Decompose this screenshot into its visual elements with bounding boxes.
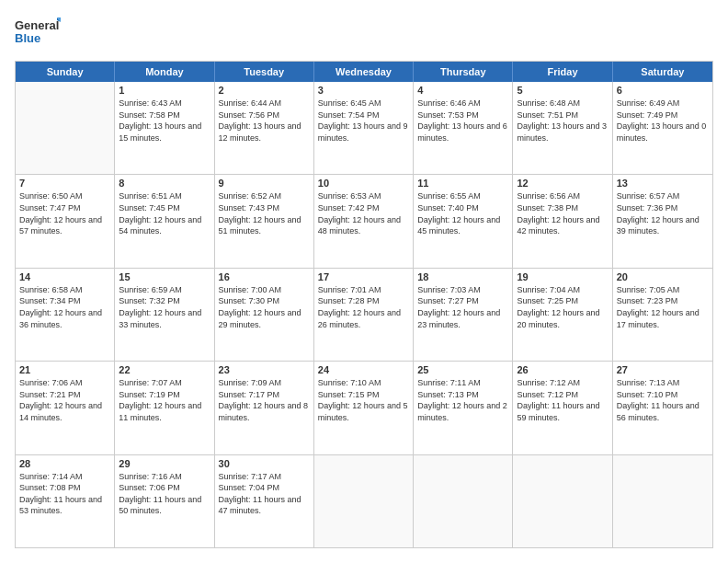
calendar-cell: 10 Sunrise: 6:53 AMSunset: 7:42 PMDaylig… xyxy=(314,175,414,267)
cell-info: Sunrise: 7:14 AMSunset: 7:08 PMDaylight:… xyxy=(19,471,110,517)
cell-info: Sunrise: 6:58 AMSunset: 7:34 PMDaylight:… xyxy=(19,284,110,330)
header-day-wednesday: Wednesday xyxy=(314,62,414,82)
svg-text:Blue: Blue xyxy=(15,31,40,45)
calendar-cell: 24 Sunrise: 7:10 AMSunset: 7:15 PMDaylig… xyxy=(314,362,414,454)
day-number: 28 xyxy=(19,458,110,469)
cell-info: Sunrise: 6:51 AMSunset: 7:45 PMDaylight:… xyxy=(119,190,210,236)
calendar-cell: 12 Sunrise: 6:56 AMSunset: 7:38 PMDaylig… xyxy=(513,175,612,267)
calendar-cell: 20 Sunrise: 7:05 AMSunset: 7:23 PMDaylig… xyxy=(613,269,712,361)
calendar-cell: 15 Sunrise: 6:59 AMSunset: 7:32 PMDaylig… xyxy=(115,269,214,361)
day-number: 1 xyxy=(119,85,210,96)
cell-info: Sunrise: 6:45 AMSunset: 7:54 PMDaylight:… xyxy=(318,98,409,144)
day-number: 29 xyxy=(119,458,210,469)
cell-info: Sunrise: 7:03 AMSunset: 7:27 PMDaylight:… xyxy=(417,284,508,330)
day-number: 21 xyxy=(19,364,110,375)
calendar-cell: 22 Sunrise: 7:07 AMSunset: 7:19 PMDaylig… xyxy=(115,362,214,454)
logo: General Blue xyxy=(15,15,61,52)
calendar-cell: 30 Sunrise: 7:17 AMSunset: 7:04 PMDaylig… xyxy=(215,455,314,547)
calendar-cell: 18 Sunrise: 7:03 AMSunset: 7:27 PMDaylig… xyxy=(414,269,513,361)
header-day-saturday: Saturday xyxy=(613,62,712,82)
cell-info: Sunrise: 6:48 AMSunset: 7:51 PMDaylight:… xyxy=(517,98,608,144)
day-number: 12 xyxy=(517,178,608,189)
cell-info: Sunrise: 6:44 AMSunset: 7:56 PMDaylight:… xyxy=(219,98,310,144)
cell-info: Sunrise: 7:01 AMSunset: 7:28 PMDaylight:… xyxy=(318,284,409,330)
cell-info: Sunrise: 7:12 AMSunset: 7:12 PMDaylight:… xyxy=(517,377,608,423)
day-number: 13 xyxy=(617,178,709,189)
calendar-cell: 26 Sunrise: 7:12 AMSunset: 7:12 PMDaylig… xyxy=(513,362,612,454)
day-number: 18 xyxy=(417,271,508,282)
calendar-cell: 19 Sunrise: 7:04 AMSunset: 7:25 PMDaylig… xyxy=(513,269,612,361)
calendar-week-2: 7 Sunrise: 6:50 AMSunset: 7:47 PMDayligh… xyxy=(16,174,712,267)
header-day-monday: Monday xyxy=(115,62,214,82)
day-number: 24 xyxy=(318,364,409,375)
calendar-week-4: 21 Sunrise: 7:06 AMSunset: 7:21 PMDaylig… xyxy=(16,361,712,454)
page: General Blue SundayMondayTuesdayWednesda… xyxy=(0,0,728,563)
calendar-cell: 25 Sunrise: 7:11 AMSunset: 7:13 PMDaylig… xyxy=(414,362,513,454)
day-number: 26 xyxy=(517,364,608,375)
calendar-cell: 9 Sunrise: 6:52 AMSunset: 7:43 PMDayligh… xyxy=(215,175,314,267)
calendar-cell: 23 Sunrise: 7:09 AMSunset: 7:17 PMDaylig… xyxy=(215,362,314,454)
calendar-cell: 11 Sunrise: 6:55 AMSunset: 7:40 PMDaylig… xyxy=(414,175,513,267)
cell-info: Sunrise: 7:09 AMSunset: 7:17 PMDaylight:… xyxy=(219,377,310,423)
day-number: 6 xyxy=(617,85,709,96)
calendar-header: SundayMondayTuesdayWednesdayThursdayFrid… xyxy=(16,62,712,82)
cell-info: Sunrise: 7:04 AMSunset: 7:25 PMDaylight:… xyxy=(517,284,608,330)
calendar-cell: 3 Sunrise: 6:45 AMSunset: 7:54 PMDayligh… xyxy=(314,82,414,174)
day-number: 17 xyxy=(318,271,409,282)
calendar-cell xyxy=(16,82,115,174)
day-number: 8 xyxy=(119,178,210,189)
day-number: 4 xyxy=(417,85,508,96)
calendar-cell xyxy=(314,455,414,547)
calendar-cell: 8 Sunrise: 6:51 AMSunset: 7:45 PMDayligh… xyxy=(115,175,214,267)
header-day-sunday: Sunday xyxy=(16,62,115,82)
calendar-cell: 29 Sunrise: 7:16 AMSunset: 7:06 PMDaylig… xyxy=(115,455,214,547)
day-number: 25 xyxy=(417,364,508,375)
cell-info: Sunrise: 6:55 AMSunset: 7:40 PMDaylight:… xyxy=(417,190,508,236)
header-day-tuesday: Tuesday xyxy=(215,62,314,82)
calendar-cell: 27 Sunrise: 7:13 AMSunset: 7:10 PMDaylig… xyxy=(613,362,712,454)
calendar-cell xyxy=(613,455,712,547)
cell-info: Sunrise: 7:06 AMSunset: 7:21 PMDaylight:… xyxy=(19,377,110,423)
cell-info: Sunrise: 6:46 AMSunset: 7:53 PMDaylight:… xyxy=(417,98,508,144)
logo-svg: General Blue xyxy=(15,15,61,52)
calendar-cell: 17 Sunrise: 7:01 AMSunset: 7:28 PMDaylig… xyxy=(314,269,414,361)
day-number: 19 xyxy=(517,271,608,282)
cell-info: Sunrise: 6:59 AMSunset: 7:32 PMDaylight:… xyxy=(119,284,210,330)
cell-info: Sunrise: 7:05 AMSunset: 7:23 PMDaylight:… xyxy=(617,284,709,330)
calendar-cell: 7 Sunrise: 6:50 AMSunset: 7:47 PMDayligh… xyxy=(16,175,115,267)
day-number: 5 xyxy=(517,85,608,96)
cell-info: Sunrise: 6:43 AMSunset: 7:58 PMDaylight:… xyxy=(119,98,210,144)
calendar-cell xyxy=(414,455,513,547)
calendar-cell: 13 Sunrise: 6:57 AMSunset: 7:36 PMDaylig… xyxy=(613,175,712,267)
day-number: 14 xyxy=(19,271,110,282)
calendar-cell: 2 Sunrise: 6:44 AMSunset: 7:56 PMDayligh… xyxy=(215,82,314,174)
cell-info: Sunrise: 6:57 AMSunset: 7:36 PMDaylight:… xyxy=(617,190,709,236)
calendar-cell: 5 Sunrise: 6:48 AMSunset: 7:51 PMDayligh… xyxy=(513,82,612,174)
day-number: 11 xyxy=(417,178,508,189)
day-number: 23 xyxy=(219,364,310,375)
day-number: 20 xyxy=(617,271,709,282)
cell-info: Sunrise: 6:49 AMSunset: 7:49 PMDaylight:… xyxy=(617,98,709,144)
calendar: SundayMondayTuesdayWednesdayThursdayFrid… xyxy=(15,61,713,548)
day-number: 22 xyxy=(119,364,210,375)
calendar-cell: 6 Sunrise: 6:49 AMSunset: 7:49 PMDayligh… xyxy=(613,82,712,174)
calendar-body: 1 Sunrise: 6:43 AMSunset: 7:58 PMDayligh… xyxy=(16,82,712,547)
header-day-friday: Friday xyxy=(513,62,612,82)
day-number: 7 xyxy=(19,178,110,189)
calendar-cell: 16 Sunrise: 7:00 AMSunset: 7:30 PMDaylig… xyxy=(215,269,314,361)
cell-info: Sunrise: 7:00 AMSunset: 7:30 PMDaylight:… xyxy=(219,284,310,330)
day-number: 30 xyxy=(219,458,310,469)
day-number: 2 xyxy=(219,85,310,96)
day-number: 10 xyxy=(318,178,409,189)
calendar-cell: 21 Sunrise: 7:06 AMSunset: 7:21 PMDaylig… xyxy=(16,362,115,454)
header: General Blue xyxy=(15,15,713,52)
cell-info: Sunrise: 7:11 AMSunset: 7:13 PMDaylight:… xyxy=(417,377,508,423)
cell-info: Sunrise: 6:56 AMSunset: 7:38 PMDaylight:… xyxy=(517,190,608,236)
calendar-cell: 28 Sunrise: 7:14 AMSunset: 7:08 PMDaylig… xyxy=(16,455,115,547)
calendar-week-1: 1 Sunrise: 6:43 AMSunset: 7:58 PMDayligh… xyxy=(16,82,712,174)
day-number: 9 xyxy=(219,178,310,189)
calendar-cell xyxy=(513,455,612,547)
cell-info: Sunrise: 7:17 AMSunset: 7:04 PMDaylight:… xyxy=(219,471,310,517)
day-number: 15 xyxy=(119,271,210,282)
day-number: 3 xyxy=(318,85,409,96)
